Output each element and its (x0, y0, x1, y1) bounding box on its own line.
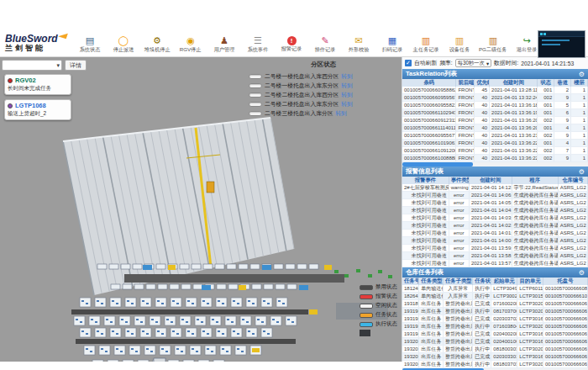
table-cell: 2021-04-01 14:03:56 (469, 214, 512, 222)
logout-icon: ↪ (522, 34, 530, 46)
table-cell: FRONT (456, 155, 475, 162)
zone-toggle[interactable] (249, 102, 262, 107)
zone-toggle[interactable] (249, 74, 262, 79)
alarm-records-button[interactable]: !报警记录 (276, 34, 307, 53)
table-row[interactable]: 1931891出库任务整货跨巷出库已完成0716002082LCTP302000… (402, 300, 588, 308)
zone-toggle[interactable] (249, 83, 262, 88)
zone-row: 二号楼二楼托盘出入库东分区转到 (249, 99, 398, 108)
zone-goto-link[interactable]: 转到 (341, 100, 353, 108)
table-row[interactable]: 1931905出库任务整货跨巷出库执行中0817037061LCTP302000… (402, 308, 588, 315)
table-cell: 0818037032 (491, 361, 517, 368)
table-row[interactable]: 1931956出库任务整货跨巷出库已完成0203037022LCTP301600… (402, 315, 588, 323)
table-row[interactable]: 001005700066110294357FRONT402021-04-01 1… (402, 109, 588, 117)
table-cell: 40 (475, 94, 490, 102)
table-cell: 出库任务 (419, 323, 444, 330)
table-cell: 未找到可用巷道 (402, 237, 449, 245)
stop-dispatch-button[interactable]: ◯停止派送 (108, 34, 139, 54)
table-cell: 入库异常 (444, 285, 473, 293)
pg-subtask-button[interactable]: ▥PG二级任务 (477, 34, 509, 54)
user-management-button[interactable]: ♟用户管理 (208, 34, 240, 54)
minimap-preview[interactable] (538, 30, 585, 58)
zone-label: 二号楼三楼托盘出入库分区 (265, 109, 333, 118)
operation-records-button[interactable]: ✎操作记录 (309, 34, 341, 54)
table-cell: 1812464 (402, 285, 419, 293)
table-cell: 45 (475, 87, 490, 94)
table-cell: 整货跨巷出库 (444, 346, 473, 353)
table-row[interactable]: 001005700066095956770FRONT402021-04-01 1… (402, 94, 588, 102)
zone-goto-link[interactable]: 转到 (336, 109, 348, 118)
zone-toggle[interactable] (249, 111, 262, 116)
table-cell: 生成跨巷跨库任务请求 (512, 199, 558, 207)
table-row[interactable]: 001005700066111401190FRONT402021-04-01 1… (402, 124, 588, 132)
settings-icon[interactable]: ⚙ (579, 269, 585, 277)
column-header: 仓库编号 (558, 177, 587, 184)
system-status-button[interactable]: ▤系统状态 (74, 34, 106, 54)
zone-goto-link[interactable]: 转到 (341, 72, 353, 81)
warehouse-3d-view[interactable]: ▾ 详情 RGV02长时间未完成任务LGTP1068输送上货超时_2 分区状态 … (0, 57, 402, 362)
table-cell: 2021-04-01 13:57:49 (469, 260, 512, 267)
table-row[interactable]: 1812464单向输送任务入库异常执行中LCTP3049LCTP60110010… (402, 285, 588, 293)
main-task-records-button[interactable]: ▥主任务记录 (410, 34, 442, 54)
table-row[interactable]: 未找到可用巷道error2021-04-01 14:02:55生成跨巷跨库任务请… (402, 222, 588, 230)
table-cell: 整货跨巷出库 (444, 353, 473, 361)
detail-button[interactable]: 详情 (65, 60, 87, 71)
column-header: 事件类型 (449, 177, 469, 184)
table-row[interactable]: 未找到可用巷道error2021-04-01 14:00:52生成跨巷跨库任务请… (402, 237, 588, 245)
table-row[interactable]: 001005700066095886219FRONT452021-04-01 1… (402, 87, 588, 94)
legend-color-chip (360, 294, 373, 299)
profile-check-button[interactable]: ✉外形校验 (343, 34, 375, 54)
table-row[interactable]: 1931958出库任务整货跨巷出库执行中0716038042LCTP302000… (402, 323, 588, 330)
device-alert-card[interactable]: LGTP1068输送上货超时_2 (4, 99, 71, 120)
table-row[interactable]: 001005700066101906159FRONT402021-04-01 1… (402, 140, 588, 147)
table-row[interactable]: 001005700066095567770FRONT402021-04-01 1… (402, 132, 588, 140)
table-row[interactable]: 未找到可用巷道error2021-04-01 13:59:51生成跨巷跨库任务请… (402, 245, 588, 252)
table-row[interactable]: 1932025出库任务整货跨巷出库已完成0204001062LCTP301600… (402, 338, 588, 346)
table-cell: 出库任务 (419, 330, 444, 338)
task-relation-hscrollbar[interactable] (402, 162, 588, 166)
legend-label: 任务状态 (375, 311, 397, 319)
scan-records-button[interactable]: ▦扫码记录 (376, 34, 408, 54)
scroll-thumb[interactable] (402, 162, 473, 166)
rate-select[interactable]: 每30秒一次 ▾ (455, 59, 491, 67)
settings-icon[interactable]: ⚙ (579, 168, 585, 176)
table-row[interactable]: 1932050出库任务整货跨巷出库已完成0203033011LCTP301600… (402, 353, 588, 361)
table-row[interactable]: 001005700066091231123FRONT402021-04-01 1… (402, 117, 588, 124)
table-cell: 1932050 (402, 353, 419, 361)
table-row[interactable]: 未找到可用巷道error2021-04-01 14:06:57生成跨巷跨库任务请… (402, 192, 588, 199)
table-row[interactable]: 未找到可用巷道error2021-04-01 13:58:50生成跨巷跨库任务请… (402, 252, 588, 260)
table-row[interactable]: 001005700066095582162FRONT402021-04-01 1… (402, 102, 588, 109)
table-row[interactable]: 未找到可用巷道error2021-04-01 14:04:56生成跨巷跨库任务请… (402, 207, 588, 214)
chevron-down-icon: ▾ (56, 62, 60, 69)
table-row[interactable]: 001005700066109120051FRONT402021-04-01 1… (402, 147, 588, 155)
table-cell: 40 (475, 102, 490, 109)
table-row[interactable]: 未找到可用巷道error2021-04-01 14:05:56生成跨巷跨库任务请… (402, 199, 588, 207)
device-alert-message: 输送上货超时_2 (8, 110, 68, 118)
auto-refresh-checkbox[interactable]: ✓ (405, 60, 412, 66)
table-row[interactable]: 2#七层穿梭车检测反馈异常处理warning2021-04-01 14:12:1… (402, 184, 588, 192)
device-select[interactable]: ▾ (2, 60, 62, 71)
zone-goto-link[interactable]: 转到 (341, 82, 353, 90)
device-tasks-button[interactable]: ▥设备任务 (444, 34, 475, 54)
table-cell: 1931891 (402, 300, 419, 308)
settings-icon[interactable]: ⚙ (579, 71, 585, 78)
table-cell: ASRS_LG2 (558, 260, 587, 267)
device-status-dot-icon (8, 78, 13, 83)
stacker-stop-button[interactable]: ⚙堆垛机停止 (141, 34, 173, 54)
zone-toggle[interactable] (249, 92, 262, 98)
table-row[interactable]: 001005700066100888812FRONT402021-04-01 1… (402, 155, 588, 162)
table-row[interactable]: 1931980出库任务整货跨巷出库已完成0204002081LCTP301600… (402, 330, 588, 338)
table-row[interactable]: 未找到可用巷道error2021-04-01 14:03:56生成跨巷跨库任务请… (402, 214, 588, 222)
table-cell: 执行中 (473, 361, 491, 368)
toolbar-buttons: ▤系统状态◯停止派送⚙堆垛机停止◉RGV停止♟用户管理☰系统事件!报警记录✎操作… (74, 33, 588, 54)
table-row[interactable]: 1932067出库任务整货跨巷出库执行中0818037032LCTP302000… (402, 361, 588, 368)
device-alert-card[interactable]: RGV02长时间未完成任务 (4, 74, 71, 95)
table-row[interactable]: 未找到可用巷道error2021-04-01 13:57:49生成跨巷跨库任务请… (402, 260, 588, 267)
table-cell: 生成跨巷跨库任务请求 (512, 230, 558, 237)
table-row[interactable]: 1932038出库任务整货跨巷出库执行中0818003032LCTP302000… (402, 346, 588, 353)
table-row[interactable]: 未找到可用巷道error2021-04-01 14:01:54生成跨巷跨库任务请… (402, 230, 588, 237)
rgv-stop-button[interactable]: ◉RGV停止 (175, 34, 207, 54)
table-cell: 001 (538, 140, 554, 147)
zone-goto-link[interactable]: 转到 (341, 91, 353, 99)
table-row[interactable]: 1826411单向输送任务入库异常执行中LCTP3002LCTP30150010… (402, 293, 588, 300)
system-events-button[interactable]: ☰系统事件 (242, 34, 274, 54)
